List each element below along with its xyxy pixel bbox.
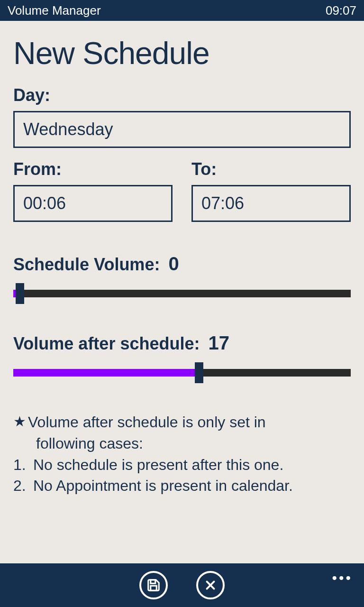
to-time-picker[interactable]: 07:06 bbox=[191, 185, 351, 222]
app-bar: ••• bbox=[0, 563, 364, 607]
schedule-volume-label: Schedule Volume: bbox=[13, 255, 160, 275]
to-label: To: bbox=[191, 159, 351, 179]
after-volume-value: 17 bbox=[208, 332, 229, 354]
note-item-2: No Appointment is present in calendar. bbox=[33, 475, 293, 497]
from-time-value: 00:06 bbox=[23, 193, 66, 213]
cancel-button[interactable] bbox=[196, 571, 225, 599]
notes-section: ★ Volume after schedule is only set in f… bbox=[13, 412, 351, 497]
schedule-volume-slider[interactable] bbox=[13, 283, 351, 304]
close-icon bbox=[204, 579, 217, 591]
note-intro-line2: following cases: bbox=[13, 433, 351, 454]
to-time-value: 07:06 bbox=[201, 193, 244, 213]
after-volume-label: Volume after schedule: bbox=[13, 334, 200, 354]
from-label: From: bbox=[13, 159, 173, 179]
slider-track-fill bbox=[13, 369, 199, 377]
from-time-picker[interactable]: 00:06 bbox=[13, 185, 173, 222]
note-item-1: No schedule is present after this one. bbox=[33, 454, 283, 476]
after-volume-slider[interactable] bbox=[13, 362, 351, 383]
day-value: Wednesday bbox=[23, 120, 113, 139]
day-label: Day: bbox=[13, 85, 351, 105]
note-number-2: 2. bbox=[13, 475, 33, 497]
more-button[interactable]: ••• bbox=[332, 570, 353, 586]
slider-track-bg bbox=[13, 290, 351, 297]
slider-thumb[interactable] bbox=[16, 283, 24, 304]
status-bar: Volume Manager 09:07 bbox=[0, 0, 364, 21]
star-icon: ★ bbox=[13, 412, 26, 433]
status-time: 09:07 bbox=[326, 3, 356, 18]
slider-thumb[interactable] bbox=[195, 362, 203, 383]
save-icon bbox=[146, 578, 161, 592]
svg-rect-1 bbox=[151, 586, 157, 590]
note-number-1: 1. bbox=[13, 454, 33, 476]
content-area: New Schedule Day: Wednesday From: 00:06 … bbox=[0, 21, 364, 563]
svg-rect-0 bbox=[151, 580, 155, 584]
more-icon: ••• bbox=[332, 570, 353, 586]
save-button[interactable] bbox=[139, 571, 168, 599]
app-name: Volume Manager bbox=[8, 3, 101, 18]
note-intro-line1: Volume after schedule is only set in bbox=[28, 412, 266, 433]
page-title: New Schedule bbox=[13, 35, 351, 71]
schedule-volume-value: 0 bbox=[168, 253, 179, 275]
day-selector[interactable]: Wednesday bbox=[13, 111, 351, 148]
